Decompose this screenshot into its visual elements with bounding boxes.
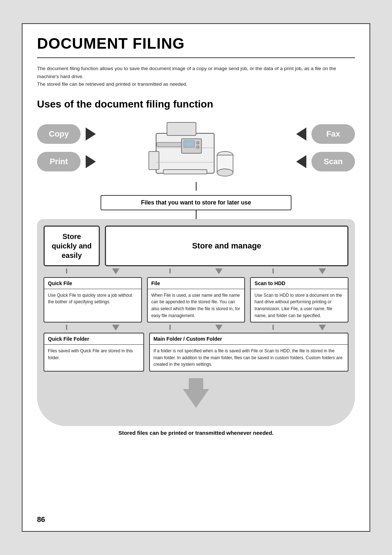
print-arrow-right xyxy=(86,155,96,168)
big-arrow-shape xyxy=(183,389,209,408)
scan-hdd-folder-arrow-top xyxy=(250,325,348,331)
file-header: File xyxy=(148,278,245,289)
files-banner: Files that you want to store for later u… xyxy=(101,195,291,210)
final-text: Stored files can be printed or transmitt… xyxy=(37,430,355,436)
main-folder-arrow-top xyxy=(147,325,245,331)
storage-arrows-row-top xyxy=(44,268,348,274)
arrow-down-scan-hdd xyxy=(319,268,326,274)
main-folder-body: If a folder is not specified when a file… xyxy=(150,345,348,371)
storage-arrows-row-bottom xyxy=(44,325,348,331)
fax-group: Fax xyxy=(294,124,355,144)
storage-section: Store quickly and easily Store and manag… xyxy=(37,219,355,426)
print-label: Print xyxy=(37,152,81,171)
vert-line-top xyxy=(196,182,197,191)
scan-to-hdd-header: Scan to HDD xyxy=(251,278,348,289)
file-box: File When File is used, a user name and … xyxy=(147,277,245,323)
printer-col xyxy=(98,119,294,177)
storage-top-flex: Store quickly and easily Store and manag… xyxy=(44,226,348,266)
section-title: Uses of the document filing function xyxy=(37,98,355,110)
right-col: Fax Scan xyxy=(294,124,355,171)
bottom-boxes: Quick File Folder Files saved with Quick… xyxy=(44,333,348,372)
quick-file-box: Quick File Use Quick File to quickly sto… xyxy=(44,277,142,323)
quick-file-folder-box: Quick File Folder Files saved with Quick… xyxy=(44,333,144,372)
quick-file-folder-header: Quick File Folder xyxy=(44,333,143,345)
store-quickly-box: Store quickly and easily xyxy=(44,226,100,266)
intro-text: The document filing function allows you … xyxy=(37,65,355,88)
scan-group: Scan xyxy=(294,152,355,171)
arrow-down-qff xyxy=(112,325,119,331)
top-items-row: Copy Print xyxy=(37,119,355,177)
copy-arrow-right xyxy=(86,127,96,141)
arrow-down-quick-file xyxy=(112,268,119,274)
three-cols: Quick File Use Quick File to quickly sto… xyxy=(44,277,348,323)
quick-file-header: Quick File xyxy=(44,278,141,289)
diagram: Copy Print xyxy=(37,119,355,436)
quick-file-body: Use Quick File to quickly store a job wi… xyxy=(44,289,141,322)
printer-illustration xyxy=(145,119,247,177)
quick-file-arrow-top xyxy=(44,268,142,274)
svg-point-11 xyxy=(217,169,233,176)
store-manage-box: Store and manage xyxy=(105,226,348,266)
file-arrow-top xyxy=(147,268,245,274)
svg-rect-2 xyxy=(149,151,159,170)
print-group: Print xyxy=(37,152,98,171)
copy-group: Copy xyxy=(37,124,98,144)
big-arrow-down xyxy=(44,378,348,408)
intro-line2: The stored file can be retrieved and pri… xyxy=(37,81,187,87)
svg-point-6 xyxy=(196,141,199,144)
arrow-down-mf xyxy=(215,325,222,331)
page: DOCUMENT FILING The document filing func… xyxy=(22,23,370,532)
fax-label: Fax xyxy=(311,124,355,144)
page-title: DOCUMENT FILING xyxy=(37,35,355,58)
svg-rect-5 xyxy=(184,141,195,147)
arrow-down-shf xyxy=(319,325,326,331)
svg-rect-1 xyxy=(167,122,196,135)
main-folder-header: Main Folder / Custom Folder xyxy=(150,333,348,345)
file-body: When File is used, a user name and file … xyxy=(148,289,245,322)
main-folder-box: Main Folder / Custom Folder If a folder … xyxy=(149,333,348,372)
store-manage-label: Store and manage xyxy=(192,241,261,251)
files-section: Files that you want to store for later u… xyxy=(37,182,355,219)
page-number: 86 xyxy=(37,515,45,524)
scan-arrow-left xyxy=(296,155,306,168)
copy-label: Copy xyxy=(37,124,81,144)
svg-rect-8 xyxy=(163,170,207,174)
left-col: Copy Print xyxy=(37,124,98,171)
store-quickly-label: Store quickly and easily xyxy=(50,232,93,260)
intro-line1: The document filing function allows you … xyxy=(37,66,336,79)
quick-file-folder-arrow-top xyxy=(44,325,142,331)
vert-line-bottom xyxy=(196,210,197,219)
quick-file-folder-body: Files saved with Quick File are stored i… xyxy=(44,345,143,364)
scan-to-hdd-body: Use Scan to HDD to store a document on t… xyxy=(251,289,348,322)
scan-label: Scan xyxy=(311,152,355,171)
scan-hdd-arrow-top xyxy=(250,268,348,274)
scan-to-hdd-box: Scan to HDD Use Scan to HDD to store a d… xyxy=(250,277,348,323)
svg-point-7 xyxy=(196,146,199,149)
arrow-down-file xyxy=(215,268,222,274)
fax-arrow-left xyxy=(296,127,306,141)
